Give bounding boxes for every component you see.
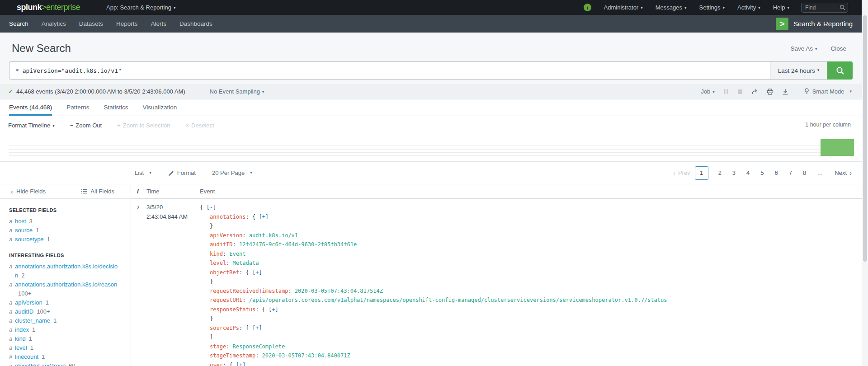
zoom-to-selection-button[interactable]: +Zoom to Selection [117,122,170,129]
tab-events[interactable]: Events (44,468) [9,99,52,116]
json-punctuation: : [242,297,249,303]
json-punctuation: : [242,232,249,239]
json-expand-link[interactable]: [+] [259,214,269,220]
json-key: user [210,362,223,366]
field-item-objectRef-apiGroup[interactable]: aobjectRef.apiGroup60 [0,361,131,366]
interesting-fields-header: INTERESTING FIELDS [9,253,131,258]
export-icon[interactable] [782,89,788,95]
json-expand-link[interactable]: [-] [206,204,216,211]
prev-page-button[interactable]: ‹Prev [673,169,690,176]
nav-item-search[interactable]: Search [9,20,28,27]
caret-down-icon: ▾ [641,5,643,10]
field-item-auditID[interactable]: aauditID100+ [0,307,131,316]
caret-down-icon: ▾ [174,5,176,10]
page-5[interactable]: 5 [755,169,769,176]
format-menu[interactable]: Format [168,169,196,176]
json-key: level [210,260,226,266]
app-menu[interactable]: App: Search & Reporting▾ [106,4,175,11]
splunk-logo[interactable]: splunk>enterprise [17,3,80,12]
print-icon[interactable] [767,89,774,95]
job-menu-label: Job [701,88,710,95]
json-expand-link[interactable]: [+] [252,325,262,331]
zoom-out-button[interactable]: −Zoom Out [70,122,102,129]
info-icon[interactable]: i [584,4,591,11]
json-value: 12f42476-9c6f-464d-9630-2f85fb34f61e [239,241,357,248]
search-mode-menu[interactable]: Smart Mode▾ [804,88,852,95]
all-fields-button[interactable]: All Fields [81,188,114,195]
json-value: 2020-03-05T07:43:04.840071Z [262,352,350,359]
menu-activity[interactable]: Activity▾ [737,4,760,11]
field-item-source[interactable]: asource1 [0,226,131,235]
pause-icon[interactable] [723,89,729,94]
nav-item-dashboards[interactable]: Dashboards [179,20,212,27]
save-as-button[interactable]: Save As▾ [790,45,817,52]
menu-messages[interactable]: Messages▾ [656,4,687,11]
field-name: objectRef.apiGroup [15,362,66,366]
results-toolbar: List▾ Format 20 Per Page▾ ‹Prev 12345678… [0,162,862,184]
field-item-sourcetype[interactable]: asourcetype1 [0,235,131,244]
close-button[interactable]: Close [830,45,846,52]
format-timeline-menu[interactable]: Format Timeline▾ [8,122,55,129]
job-controls: Job▾ Smart Mode▾ [701,88,852,95]
field-item-host[interactable]: ahost3 [0,217,131,226]
page-3[interactable]: 3 [727,169,741,176]
list-view-menu[interactable]: List▾ [135,169,151,176]
expand-event-icon[interactable]: › [137,203,139,211]
json-key: stage [210,343,226,350]
event-sampling-menu[interactable]: No Event Sampling▾ [210,88,264,95]
search-reporting-app-icon[interactable]: > [776,18,788,30]
next-page-button[interactable]: Next› [835,169,852,176]
tab-statistics[interactable]: Statistics [104,99,128,116]
nav-item-reports[interactable]: Reports [116,20,137,27]
share-icon[interactable] [751,89,758,95]
app-menu-label: App: Search & Reporting [106,4,171,11]
json-expand-link[interactable]: [+] [236,362,246,366]
json-punctuation: : [233,241,239,248]
page-4[interactable]: 4 [741,169,755,176]
list-icon [81,188,87,194]
page-7[interactable]: 7 [783,169,797,176]
per-page-menu[interactable]: 20 Per Page▾ [212,169,252,176]
page-2[interactable]: 2 [713,169,727,176]
menu-settings[interactable]: Settings▾ [699,4,725,11]
json-line: { [-] [200,203,862,212]
page-6[interactable]: 6 [769,169,783,176]
field-item-annotations-authorization-k8s-io-reason[interactable]: aannotations.authorization.k8s.io/reason… [0,280,131,298]
tab-visualization[interactable]: Visualization [143,99,177,116]
scrollbar-thumb[interactable] [863,15,867,262]
nav-item-analytics[interactable]: Analytics [42,20,66,27]
nav-item-datasets[interactable]: Datasets [79,20,103,27]
search-button[interactable] [827,61,853,80]
page-8[interactable]: 8 [797,169,811,176]
field-count: 1 [53,317,57,324]
hide-fields-button[interactable]: ‹Hide Fields [11,188,46,195]
field-item-apiVersion[interactable]: aapiVersion1 [0,298,131,307]
field-item-kind[interactable]: akind1 [0,334,131,343]
splunk-search-page: splunk>enterprise App: Search & Reportin… [0,0,868,366]
nav-item-alerts[interactable]: Alerts [151,20,166,27]
page-title: New Search [12,42,71,55]
field-item-cluster-name[interactable]: acluster_name1 [0,316,131,325]
time-range-picker[interactable]: Last 24 hours▾ [770,61,827,80]
tab-patterns[interactable]: Patterns [66,99,89,116]
field-item-index[interactable]: aindex1 [0,325,131,334]
caret-down-icon: ▾ [817,68,820,72]
field-type-prefix: a [9,325,12,334]
json-punctuation: : [226,260,232,266]
menu-administrator[interactable]: Administrator▾ [604,4,643,11]
page-1[interactable]: 1 [695,166,708,180]
menu-help[interactable]: Help▾ [773,4,789,11]
search-query-input[interactable] [9,61,770,80]
field-item-annotations-authorization-k8s-io-decision[interactable]: aannotations.authorization.k8s.io/decisi… [0,262,131,280]
json-expand-link[interactable]: [+] [269,306,278,313]
field-name: host [15,218,26,225]
field-item-linecount[interactable]: #linecount1 [0,352,131,361]
json-expand-link[interactable]: [+] [252,269,262,276]
job-menu[interactable]: Job▾ [701,88,715,95]
stop-icon[interactable] [737,89,743,94]
deselect-button[interactable]: ×Deselect [186,122,214,129]
chevron-left-icon: ‹ [673,169,675,176]
timeline-bar[interactable] [821,139,854,156]
job-status-bar: ✓ 44,468 events (3/4/20 2:00:00.000 AM t… [0,84,862,99]
field-item-level[interactable]: alevel1 [0,343,131,352]
